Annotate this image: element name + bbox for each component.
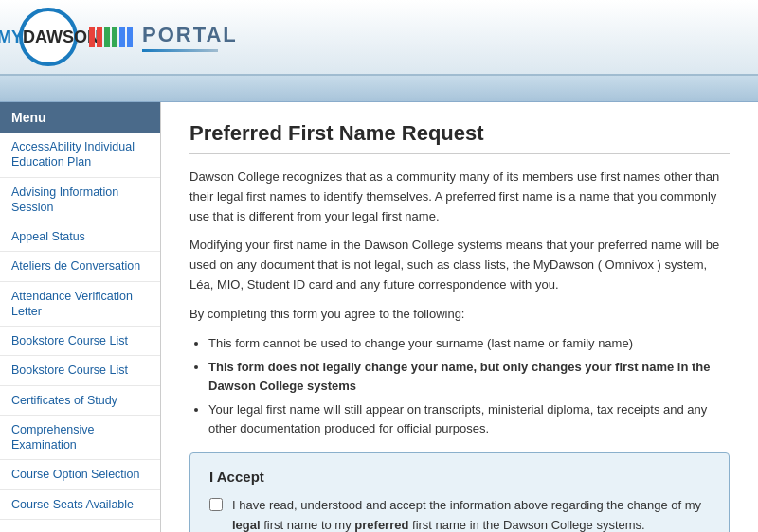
sidebar-item[interactable]: Ateliers de Conversation bbox=[0, 252, 160, 281]
page-title: Preferred First Name Request bbox=[190, 121, 730, 154]
portal-underline bbox=[142, 49, 218, 52]
nav-bar bbox=[0, 76, 758, 102]
logo-circle: MY DAWSON bbox=[19, 8, 78, 66]
intro-para1: Dawson College recognizes that as a comm… bbox=[190, 168, 730, 226]
logo-bar bbox=[119, 27, 125, 47]
sidebar-item[interactable]: Course Seats Available bbox=[0, 490, 160, 520]
logo-bar bbox=[104, 27, 110, 47]
logo-bar bbox=[89, 27, 95, 47]
accept-label-bold1: legal bbox=[232, 518, 261, 532]
accept-label: I have read, understood and accept the i… bbox=[232, 496, 710, 532]
logo-my: MY bbox=[0, 27, 23, 47]
logo-bar bbox=[127, 27, 133, 47]
accept-box: I Accept I have read, understood and acc… bbox=[190, 452, 730, 532]
logo-bar bbox=[112, 27, 117, 47]
logo-bar bbox=[97, 27, 102, 47]
sidebar-items-container: AccessAbility Individual Education PlanA… bbox=[0, 133, 160, 520]
bullet-list: This form cannot be used to change your … bbox=[208, 334, 730, 438]
accept-label-part3: first name in the Dawson College systems… bbox=[408, 518, 644, 532]
sidebar-item[interactable]: Certificates of Study bbox=[0, 386, 160, 416]
logo-bars bbox=[89, 27, 133, 47]
accept-row: I have read, understood and accept the i… bbox=[209, 496, 710, 532]
sidebar-item[interactable]: Advising Information Session bbox=[0, 178, 160, 223]
header: MY DAWSON PORTAL bbox=[0, 0, 758, 76]
intro-para2: Modifying your first name in the Dawson … bbox=[190, 236, 730, 294]
accept-label-part2: first name to my bbox=[261, 518, 355, 532]
sidebar-item[interactable]: Attendance Verification Letter bbox=[0, 282, 160, 328]
content-area: Preferred First Name Request Dawson Coll… bbox=[161, 102, 758, 532]
bullet-item: This form cannot be used to change your … bbox=[208, 334, 730, 353]
accept-box-title: I Accept bbox=[209, 469, 710, 485]
sidebar-header: Menu bbox=[0, 102, 160, 133]
main-layout: Menu AccessAbility Individual Education … bbox=[0, 102, 758, 532]
portal-text: PORTAL bbox=[142, 23, 238, 47]
sidebar-item[interactable]: Course Option Selection bbox=[0, 460, 160, 489]
bullet-item: This form does not legally change your n… bbox=[208, 358, 730, 395]
sidebar-item[interactable]: Bookstore Course List bbox=[0, 356, 160, 385]
portal-section: PORTAL bbox=[142, 23, 238, 52]
accept-checkbox[interactable] bbox=[209, 498, 223, 511]
accept-label-bold2: preferred bbox=[354, 518, 408, 532]
sidebar-item[interactable]: Comprehensive Examination bbox=[0, 416, 160, 461]
sidebar: Menu AccessAbility Individual Education … bbox=[0, 102, 161, 532]
sidebar-item[interactable]: Appeal Status bbox=[0, 222, 160, 252]
accept-label-part1: I have read, understood and accept the i… bbox=[232, 498, 701, 512]
sidebar-item[interactable]: Bookstore Course List bbox=[0, 327, 160, 356]
logo-dawson: DAWSON bbox=[23, 27, 99, 47]
intro-para3: By completing this form you agree to the… bbox=[190, 305, 730, 325]
bullet-item: Your legal first name will still appear … bbox=[208, 400, 730, 437]
sidebar-item[interactable]: AccessAbility Individual Education Plan bbox=[0, 133, 160, 178]
